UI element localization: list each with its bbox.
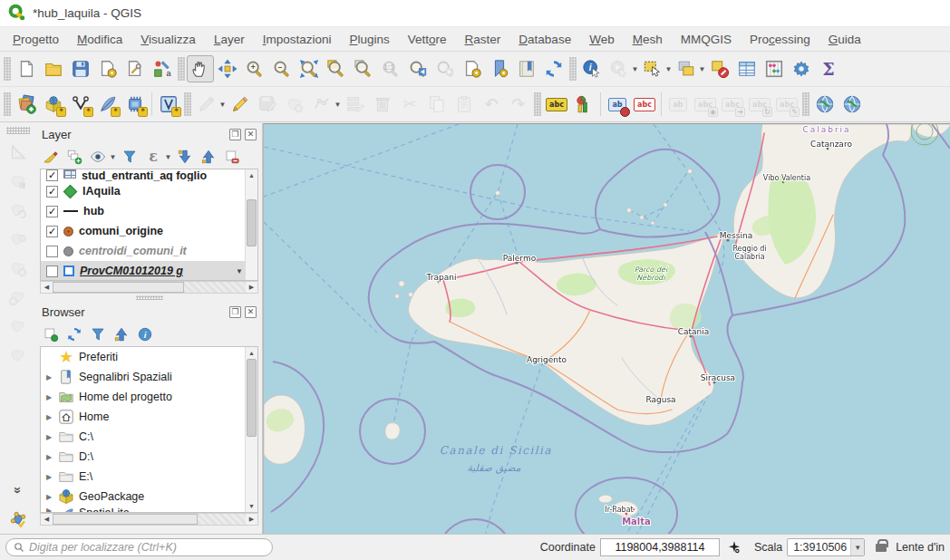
browser-item-segnalibri-spaziali[interactable]: ▶Segnalibri Spaziali bbox=[41, 367, 257, 387]
pan-to-selection-button[interactable] bbox=[214, 55, 241, 82]
toggle-extents-icon[interactable] bbox=[727, 540, 742, 555]
expand-all-button[interactable] bbox=[174, 146, 196, 168]
expander-icon[interactable]: ▶ bbox=[44, 373, 53, 381]
show-layout-manager-button[interactable] bbox=[121, 55, 149, 82]
pan-map-button[interactable] bbox=[187, 55, 214, 82]
map-canvas[interactable]: PalermoTrapaniMessinaReggio diCalabriaCa… bbox=[263, 123, 950, 534]
filter-legend-by-expression-button[interactable]: ε bbox=[142, 146, 164, 168]
zoom-to-selection-button[interactable] bbox=[323, 55, 350, 82]
zoom-to-layer-button[interactable] bbox=[350, 55, 377, 82]
collapse-all-browser-button[interactable] bbox=[111, 323, 132, 345]
menu-raster[interactable]: Raster bbox=[456, 30, 510, 49]
layer-checkbox[interactable]: ✓ bbox=[46, 226, 58, 237]
data-source-manager-button[interactable] bbox=[13, 91, 40, 118]
toolbar-grip[interactable] bbox=[4, 57, 11, 81]
browser-item-spatialite[interactable]: ▶SpatiaLite bbox=[41, 507, 257, 513]
mmqgis-globe-1-button[interactable] bbox=[811, 91, 839, 118]
deselect-all-button[interactable] bbox=[706, 55, 733, 82]
toolbar-grip[interactable] bbox=[569, 57, 577, 81]
toolbar-grip[interactable] bbox=[184, 92, 191, 116]
save-project-button[interactable] bbox=[67, 55, 94, 82]
new-geopackage-layer-button[interactable]: * bbox=[40, 91, 67, 118]
toolbar-grip[interactable] bbox=[4, 92, 11, 116]
open-layer-styling-panel-button[interactable] bbox=[40, 146, 62, 168]
locator-search[interactable] bbox=[5, 538, 273, 556]
add-group-button[interactable] bbox=[63, 146, 85, 168]
menu-modifica[interactable]: Modifica bbox=[68, 30, 131, 49]
locator-input[interactable] bbox=[29, 541, 265, 554]
layer-checkbox[interactable]: ✓ bbox=[46, 169, 58, 181]
new-shapefile-layer-button[interactable]: * bbox=[67, 91, 94, 118]
show-spatial-bookmarks-button[interactable] bbox=[513, 55, 540, 82]
mmqgis-globe-2-button[interactable] bbox=[839, 91, 866, 118]
layer-item-stud-entranti-aq-foglio[interactable]: ✓stud_entranti_aq foglio bbox=[41, 169, 257, 181]
new-spatial-bookmark-button[interactable] bbox=[486, 55, 513, 82]
layers-panel-close-button[interactable]: ✕ bbox=[245, 129, 257, 140]
browser-item-preferiti[interactable]: ★Preferiti bbox=[41, 347, 257, 367]
menu-mesh[interactable]: Mesh bbox=[624, 30, 672, 49]
browser-hscrollbar[interactable]: ◀▶ bbox=[40, 513, 258, 526]
field-calculator-button[interactable] bbox=[761, 55, 788, 82]
expander-icon[interactable]: ▶ bbox=[44, 413, 53, 421]
layer-checkbox[interactable]: ✓ bbox=[46, 206, 58, 217]
layers-panel-float-button[interactable]: ❐ bbox=[229, 129, 241, 140]
toolbar-grip[interactable] bbox=[6, 127, 30, 134]
filter-legend-button[interactable] bbox=[119, 146, 141, 168]
zoom-in-button[interactable]: + bbox=[241, 55, 268, 82]
browser-item-geopackage[interactable]: ▶GeoPackage bbox=[41, 487, 257, 507]
layer-diagram-options-button[interactable] bbox=[570, 91, 597, 118]
menu-impostazioni[interactable]: Impostazioni bbox=[254, 30, 341, 49]
menu-progetto[interactable]: Progetto bbox=[4, 30, 68, 49]
enable-properties-widget-button[interactable]: i bbox=[134, 323, 156, 345]
layer-item-comuni-origine[interactable]: ✓comuni_origine bbox=[41, 221, 257, 241]
zoom-out-button[interactable]: − bbox=[268, 55, 296, 82]
layer-item-provcm01012019-g[interactable]: ProvCM01012019 g▼ bbox=[41, 261, 257, 281]
refresh-button[interactable] bbox=[540, 55, 567, 82]
expander-icon[interactable]: ▶ bbox=[44, 393, 53, 401]
layers-hscrollbar[interactable]: ◀▶ bbox=[40, 281, 258, 294]
expander-icon[interactable]: ▶ bbox=[44, 507, 53, 513]
new-virtual-layer-button[interactable]: * bbox=[155, 91, 182, 118]
layer-item-laquila[interactable]: ✓lAquila bbox=[41, 181, 257, 201]
layer-labeling-options-button[interactable]: abc bbox=[543, 91, 570, 118]
browser-vscrollbar[interactable]: ▲▼ bbox=[245, 347, 257, 512]
new-project-button[interactable] bbox=[13, 55, 40, 82]
menu-vettore[interactable]: Vettore bbox=[399, 30, 456, 49]
menu-processing[interactable]: Processing bbox=[741, 30, 819, 49]
browser-item-d[interactable]: ▶D:\ bbox=[41, 447, 257, 467]
layer-scroll-down-arrow[interactable]: ▼ bbox=[236, 267, 243, 275]
browser-item-e[interactable]: ▶E:\ bbox=[41, 467, 257, 487]
toolbar-grip[interactable] bbox=[802, 92, 809, 116]
expander-icon[interactable]: ▶ bbox=[44, 473, 53, 481]
layer-checkbox[interactable] bbox=[46, 266, 58, 277]
remove-layer-group-button[interactable] bbox=[221, 146, 243, 168]
scale-combobox[interactable]: 1:3910506 ▼ bbox=[787, 538, 865, 556]
pin-unpin-labels-button[interactable]: ab bbox=[604, 91, 631, 118]
identify-features-button[interactable]: i bbox=[578, 55, 606, 82]
browser-item-home-del-progetto[interactable]: ▶Home del progetto bbox=[41, 387, 257, 407]
select-features-by-value-button[interactable] bbox=[673, 55, 700, 82]
menu-mmqgis[interactable]: MMQGIS bbox=[672, 30, 741, 49]
menu-layer[interactable]: Layer bbox=[205, 30, 254, 49]
browser-item-home[interactable]: ▶Home bbox=[41, 407, 257, 427]
layer-checkbox[interactable]: ✓ bbox=[46, 186, 58, 198]
processing-toolbox-button[interactable] bbox=[788, 55, 815, 82]
add-selected-layers-button[interactable] bbox=[40, 323, 62, 345]
select-features-button[interactable] bbox=[639, 55, 666, 82]
lock-scale-icon[interactable] bbox=[876, 544, 887, 552]
layers-vscrollbar[interactable]: ▲ bbox=[245, 169, 257, 280]
menu-visualizza[interactable]: Visualizza bbox=[131, 30, 205, 49]
collapse-all-button[interactable] bbox=[198, 146, 219, 168]
new-map-view-button[interactable] bbox=[459, 55, 486, 82]
layer-item-centroidi-comuni-it[interactable]: centroidi_comuni_it bbox=[41, 241, 257, 261]
highlight-pinned-labels-button[interactable]: abc bbox=[631, 91, 658, 118]
new-temporary-scratch-layer-button[interactable]: * bbox=[121, 91, 149, 118]
expander-icon[interactable]: ▶ bbox=[44, 433, 53, 441]
layer-item-hub[interactable]: ✓hub bbox=[41, 201, 257, 221]
toggle-editing-button[interactable] bbox=[227, 91, 254, 118]
new-print-layout-button[interactable] bbox=[94, 55, 121, 82]
filter-browser-button[interactable] bbox=[87, 323, 109, 345]
open-project-button[interactable] bbox=[40, 55, 67, 82]
browser-panel-float-button[interactable]: ❐ bbox=[229, 306, 241, 318]
layer-checkbox[interactable] bbox=[46, 246, 58, 257]
